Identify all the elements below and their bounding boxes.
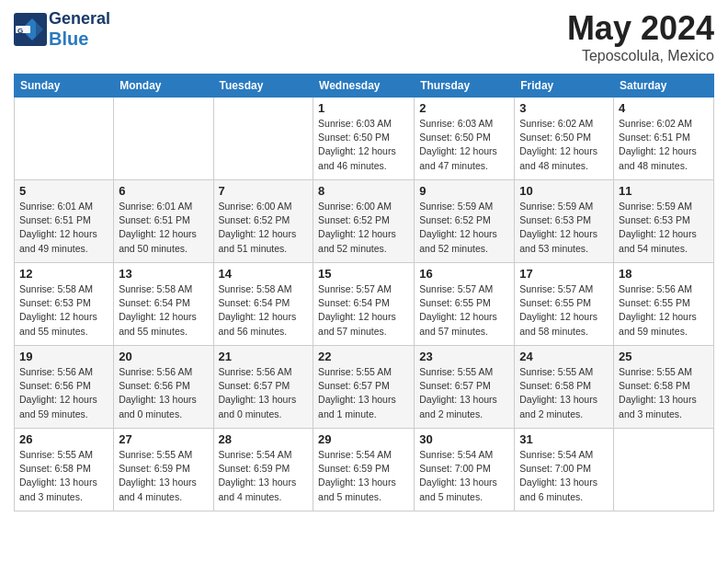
day-number: 1: [318, 101, 409, 115]
calendar-cell: 11Sunrise: 5:59 AMSunset: 6:53 PMDayligh…: [614, 180, 714, 263]
day-info: Sunrise: 6:02 AMSunset: 6:51 PMDaylight:…: [619, 117, 709, 173]
title-block: May 2024 Teposcolula, Mexico: [567, 9, 714, 64]
day-info: Sunrise: 6:00 AMSunset: 6:52 PMDaylight:…: [219, 200, 309, 256]
calendar-page: G General Blue May 2024 Teposcolula, Mex…: [0, 0, 728, 521]
day-info: Sunrise: 5:58 AMSunset: 6:54 PMDaylight:…: [219, 282, 309, 339]
day-number: 10: [519, 184, 609, 198]
calendar-cell: 9Sunrise: 5:59 AMSunset: 6:52 PMDaylight…: [415, 180, 515, 263]
header-sunday: Sunday: [15, 75, 114, 98]
page-header: G General Blue May 2024 Teposcolula, Mex…: [14, 9, 714, 64]
calendar-cell: 31Sunrise: 5:54 AMSunset: 7:00 PMDayligh…: [515, 429, 614, 511]
calendar-cell: [614, 429, 714, 511]
day-number: 29: [318, 432, 409, 446]
svg-text:G: G: [17, 27, 23, 35]
calendar-table: Sunday Monday Tuesday Wednesday Thursday…: [14, 74, 714, 511]
month-title: May 2024: [567, 9, 714, 48]
day-number: 30: [419, 432, 509, 446]
calendar-cell: 14Sunrise: 5:58 AMSunset: 6:54 PMDayligh…: [213, 263, 313, 346]
day-number: 2: [419, 101, 509, 115]
calendar-week-row: 5Sunrise: 6:01 AMSunset: 6:51 PMDaylight…: [15, 180, 714, 263]
day-info: Sunrise: 6:03 AMSunset: 6:50 PMDaylight:…: [419, 117, 509, 173]
day-info: Sunrise: 5:55 AMSunset: 6:59 PMDaylight:…: [119, 448, 208, 504]
day-number: 5: [19, 184, 108, 198]
header-wednesday: Wednesday: [313, 75, 415, 98]
logo-general: General: [49, 9, 110, 28]
logo: G General Blue: [14, 9, 110, 50]
day-number: 25: [619, 350, 709, 363]
day-number: 19: [19, 350, 108, 363]
calendar-week-row: 12Sunrise: 5:58 AMSunset: 6:53 PMDayligh…: [15, 263, 714, 346]
day-number: 8: [318, 184, 409, 198]
day-info: Sunrise: 5:57 AMSunset: 6:55 PMDaylight:…: [519, 282, 609, 339]
day-number: 26: [19, 432, 108, 446]
calendar-cell: [15, 98, 114, 180]
day-info: Sunrise: 6:01 AMSunset: 6:51 PMDaylight:…: [119, 200, 208, 256]
day-number: 21: [219, 350, 309, 363]
day-number: 24: [519, 350, 609, 363]
day-info: Sunrise: 5:54 AMSunset: 6:59 PMDaylight:…: [219, 448, 309, 504]
calendar-cell: 29Sunrise: 5:54 AMSunset: 6:59 PMDayligh…: [313, 429, 415, 511]
day-info: Sunrise: 5:58 AMSunset: 6:53 PMDaylight:…: [19, 282, 108, 339]
day-info: Sunrise: 5:55 AMSunset: 6:57 PMDaylight:…: [318, 365, 409, 421]
day-number: 6: [119, 184, 208, 198]
calendar-cell: 5Sunrise: 6:01 AMSunset: 6:51 PMDaylight…: [15, 180, 114, 263]
header-tuesday: Tuesday: [213, 75, 313, 98]
day-info: Sunrise: 5:56 AMSunset: 6:57 PMDaylight:…: [219, 365, 309, 421]
day-info: Sunrise: 5:59 AMSunset: 6:53 PMDaylight:…: [519, 200, 609, 256]
calendar-cell: 21Sunrise: 5:56 AMSunset: 6:57 PMDayligh…: [213, 346, 313, 429]
header-thursday: Thursday: [415, 75, 515, 98]
location-title: Teposcolula, Mexico: [567, 48, 714, 64]
day-info: Sunrise: 5:59 AMSunset: 6:52 PMDaylight:…: [419, 200, 509, 256]
calendar-cell: 26Sunrise: 5:55 AMSunset: 6:58 PMDayligh…: [15, 429, 114, 511]
calendar-cell: 10Sunrise: 5:59 AMSunset: 6:53 PMDayligh…: [515, 180, 614, 263]
calendar-week-row: 19Sunrise: 5:56 AMSunset: 6:56 PMDayligh…: [15, 346, 714, 429]
day-info: Sunrise: 5:55 AMSunset: 6:57 PMDaylight:…: [419, 365, 509, 421]
day-info: Sunrise: 5:56 AMSunset: 6:56 PMDaylight:…: [19, 365, 108, 421]
day-number: 12: [19, 267, 108, 281]
calendar-cell: 13Sunrise: 5:58 AMSunset: 6:54 PMDayligh…: [114, 263, 213, 346]
calendar-cell: 22Sunrise: 5:55 AMSunset: 6:57 PMDayligh…: [313, 346, 415, 429]
day-info: Sunrise: 6:01 AMSunset: 6:51 PMDaylight:…: [19, 200, 108, 256]
logo-icon: G: [14, 13, 47, 46]
day-info: Sunrise: 5:57 AMSunset: 6:55 PMDaylight:…: [419, 282, 509, 339]
calendar-cell: [213, 98, 313, 180]
day-number: 27: [119, 432, 208, 446]
day-info: Sunrise: 5:56 AMSunset: 6:56 PMDaylight:…: [119, 365, 208, 421]
day-info: Sunrise: 6:02 AMSunset: 6:50 PMDaylight:…: [519, 117, 609, 173]
calendar-cell: 3Sunrise: 6:02 AMSunset: 6:50 PMDaylight…: [515, 98, 614, 180]
day-info: Sunrise: 5:55 AMSunset: 6:58 PMDaylight:…: [619, 365, 709, 421]
day-number: 18: [619, 267, 709, 281]
calendar-cell: 25Sunrise: 5:55 AMSunset: 6:58 PMDayligh…: [614, 346, 714, 429]
calendar-cell: 16Sunrise: 5:57 AMSunset: 6:55 PMDayligh…: [415, 263, 515, 346]
day-number: 22: [318, 350, 409, 363]
calendar-cell: 8Sunrise: 6:00 AMSunset: 6:52 PMDaylight…: [313, 180, 415, 263]
day-number: 3: [519, 101, 609, 115]
day-info: Sunrise: 5:54 AMSunset: 6:59 PMDaylight:…: [318, 448, 409, 504]
day-number: 7: [219, 184, 309, 198]
calendar-cell: 18Sunrise: 5:56 AMSunset: 6:55 PMDayligh…: [614, 263, 714, 346]
calendar-week-row: 26Sunrise: 5:55 AMSunset: 6:58 PMDayligh…: [15, 429, 714, 511]
day-info: Sunrise: 5:57 AMSunset: 6:54 PMDaylight:…: [318, 282, 409, 339]
calendar-cell: 23Sunrise: 5:55 AMSunset: 6:57 PMDayligh…: [415, 346, 515, 429]
calendar-header: Sunday Monday Tuesday Wednesday Thursday…: [15, 75, 714, 98]
day-info: Sunrise: 5:55 AMSunset: 6:58 PMDaylight:…: [19, 448, 108, 504]
calendar-cell: 30Sunrise: 5:54 AMSunset: 7:00 PMDayligh…: [415, 429, 515, 511]
calendar-cell: 27Sunrise: 5:55 AMSunset: 6:59 PMDayligh…: [114, 429, 213, 511]
day-number: 20: [119, 350, 208, 363]
logo-blue: Blue: [49, 29, 88, 49]
calendar-cell: 4Sunrise: 6:02 AMSunset: 6:51 PMDaylight…: [614, 98, 714, 180]
day-number: 13: [119, 267, 208, 281]
day-number: 14: [219, 267, 309, 281]
day-info: Sunrise: 5:55 AMSunset: 6:58 PMDaylight:…: [519, 365, 609, 421]
calendar-cell: 19Sunrise: 5:56 AMSunset: 6:56 PMDayligh…: [15, 346, 114, 429]
calendar-cell: 7Sunrise: 6:00 AMSunset: 6:52 PMDaylight…: [213, 180, 313, 263]
calendar-cell: 1Sunrise: 6:03 AMSunset: 6:50 PMDaylight…: [313, 98, 415, 180]
day-info: Sunrise: 5:54 AMSunset: 7:00 PMDaylight:…: [519, 448, 609, 504]
calendar-cell: 17Sunrise: 5:57 AMSunset: 6:55 PMDayligh…: [515, 263, 614, 346]
day-info: Sunrise: 5:58 AMSunset: 6:54 PMDaylight:…: [119, 282, 208, 339]
day-info: Sunrise: 5:54 AMSunset: 7:00 PMDaylight:…: [419, 448, 509, 504]
day-info: Sunrise: 6:03 AMSunset: 6:50 PMDaylight:…: [318, 117, 409, 173]
day-number: 23: [419, 350, 509, 363]
calendar-cell: [114, 98, 213, 180]
day-number: 15: [318, 267, 409, 281]
